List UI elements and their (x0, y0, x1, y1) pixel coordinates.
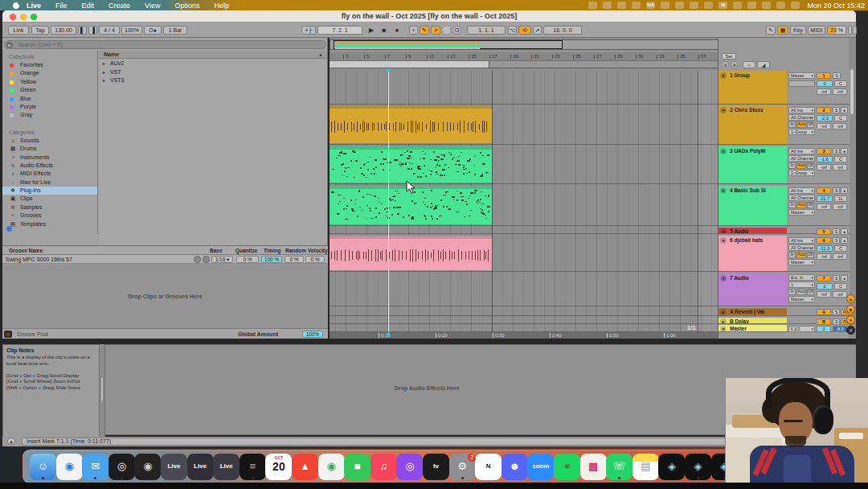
input-channel-select[interactable]: 1▾ (788, 281, 815, 288)
output-routing-select[interactable]: Master▾ (788, 259, 815, 265)
arm-button[interactable]: ● (841, 187, 848, 194)
browser-search[interactable]: ▸ Search (Cmd + F) (4, 40, 326, 49)
groove-drop-area[interactable]: Drop Clips or Grooves Here (2, 265, 328, 328)
record-button[interactable]: ● (391, 26, 403, 35)
collection-green[interactable]: Green (2, 86, 97, 94)
flash-icon[interactable] (704, 2, 713, 9)
arm-button[interactable]: ● (841, 228, 848, 235)
output-routing-select[interactable]: 1-Group▾ (788, 129, 815, 135)
solo-button[interactable]: S (833, 148, 840, 154)
dock-icon-apple-tv[interactable]: tv (423, 454, 449, 480)
floating-control-3[interactable]: ● (846, 315, 855, 324)
monitor-off[interactable]: Off (807, 162, 814, 169)
dock-icon-notion[interactable]: N (475, 454, 502, 480)
sidebar-item-grooves[interactable]: Grooves≈ (2, 212, 97, 220)
track-name[interactable]: 4 Basic Sub Sl▾ (719, 186, 787, 225)
output-routing-select[interactable]: 1-Group▾ (788, 170, 815, 176)
input-type-select[interactable]: Ext. In▾ (788, 274, 815, 281)
fold-track-icon[interactable]: ▾ (720, 228, 727, 233)
monitor-off[interactable]: Off (807, 289, 814, 295)
track-number[interactable]: 3 (817, 148, 831, 154)
monitor-in[interactable]: In (788, 121, 796, 128)
groove-amount-field[interactable]: 100% (121, 26, 142, 35)
collection-favorites[interactable]: Favorites (2, 61, 97, 69)
dock-icon-whatsapp[interactable]: ☏ (606, 454, 633, 480)
solo-button[interactable]: S (833, 309, 840, 315)
solo-button[interactable]: S (833, 275, 840, 281)
sort-arrow-icon[interactable]: ▲ (318, 51, 323, 59)
send-b-field[interactable]: -inf (833, 291, 847, 298)
time-ruler[interactable]: 0:100:200:300:400:501:00 (330, 332, 719, 339)
notion-icon[interactable]: N (719, 2, 727, 9)
volume-field[interactable]: 0 (817, 80, 833, 87)
input-channel-select[interactable]: All Channe▾ (788, 155, 815, 162)
menu-live[interactable]: Live (27, 2, 41, 10)
groove-base-select[interactable]: 1/16 ▾ (211, 256, 233, 263)
groove-save-icon[interactable] (194, 256, 201, 263)
track-name[interactable]: 3 UADx PolyM▾ (719, 146, 787, 183)
input-channel-select[interactable]: All Channe▾ (788, 244, 815, 251)
dock-icon-music[interactable]: ♫ (371, 454, 397, 480)
monitor-in[interactable]: In (788, 202, 796, 208)
monitor-in[interactable]: In (788, 162, 796, 169)
send-a-field[interactable]: -inf (817, 164, 831, 171)
sidebar-item-templates[interactable]: Templates▤ (2, 220, 97, 228)
draw-mode-button[interactable]: ✎ (420, 26, 429, 35)
dock-icon-facetime[interactable]: ■ (344, 454, 371, 480)
menu-options[interactable]: Options (174, 2, 199, 10)
fold-track-icon[interactable]: ▾ (720, 326, 727, 331)
groove-pool-icon[interactable]: ≈ (4, 331, 12, 338)
fold-track-icon[interactable]: ▾ (720, 107, 727, 113)
collection-purple[interactable]: Purple (2, 103, 97, 111)
dock-icon-notes[interactable]: ▤ (633, 454, 659, 480)
track-name[interactable]: 5 Audio▾ (719, 228, 787, 233)
browser-info-toggle[interactable] (6, 226, 12, 232)
floating-control-4[interactable]: ✕ (846, 326, 855, 335)
computer-midi-keyboard-toggle[interactable]: ▦ (777, 26, 788, 35)
volume-field[interactable]: -1.6 (817, 156, 833, 162)
track-number[interactable]: 4 (817, 187, 831, 194)
return-letter[interactable]: B (817, 318, 831, 325)
clip-audio[interactable] (330, 105, 492, 143)
dock-icon-ableton-live-2[interactable]: Live (187, 454, 214, 480)
dock-icon-ua-console-2[interactable]: ◈ (685, 454, 711, 480)
dock-icon-mail[interactable]: ✉ (82, 454, 108, 480)
screen-record-icon[interactable] (690, 2, 698, 9)
track-name[interactable]: 7 Audio▾ (719, 273, 787, 306)
playhead-triangle-icon[interactable] (385, 68, 391, 72)
monitor-switch[interactable]: InAutoOff (788, 289, 815, 295)
camera-icon[interactable] (588, 2, 597, 9)
punch-out-button[interactable]: ↗ (533, 26, 542, 35)
follow-button[interactable]: +├ (301, 26, 316, 35)
groove-timing-value[interactable]: 100 % (261, 256, 282, 263)
menu-edit[interactable]: Edit (82, 2, 95, 10)
dock-icon-spotify[interactable]: ≈ (554, 454, 580, 480)
automation-mode-icon[interactable]: ∼ (743, 61, 755, 68)
fold-track-icon[interactable]: ▸ (720, 318, 727, 323)
loop-toggle[interactable]: ⟲ (518, 26, 531, 35)
tap-tempo-button[interactable]: Tap (31, 26, 49, 35)
monitor-off[interactable]: Off (807, 252, 814, 258)
solo-button[interactable]: S (833, 228, 840, 235)
sidebar-item-instruments[interactable]: Instruments◔ (2, 154, 97, 162)
status-icon[interactable]: ▲ (7, 438, 15, 445)
track-number[interactable]: 7 (817, 275, 831, 281)
collection-yellow[interactable]: Yellow (2, 78, 97, 86)
splitter-handle[interactable] (100, 376, 104, 402)
monitor-switch[interactable]: InAutoOff (788, 162, 815, 169)
loop-brace[interactable] (330, 61, 489, 68)
send-a-field[interactable]: -inf (817, 291, 831, 298)
fold-track-icon[interactable]: ▾ (720, 237, 727, 244)
send-a-field[interactable]: -inf (817, 88, 831, 95)
clip-midi[interactable] (330, 146, 492, 183)
sidebar-item-samples[interactable]: Samples≋ (2, 203, 97, 212)
solo-button[interactable]: S (833, 107, 840, 113)
browser-list-header[interactable]: Name ▲ (99, 51, 327, 59)
dock-icon-zoom[interactable]: zoom (527, 454, 554, 480)
track-header-master[interactable]: Master▾‖ 1/2▾0-8.0 (719, 325, 850, 332)
input-channel-select[interactable]: All Channe▾ (788, 195, 815, 201)
menu-help[interactable]: Help (214, 2, 229, 10)
solo-button[interactable]: S (833, 318, 840, 325)
wifi-icon[interactable] (747, 2, 756, 9)
track-header-4-basic-sub-sl[interactable]: 4 Basic Sub Sl▾All Ins▾All Channe▾InAuto… (719, 186, 850, 226)
